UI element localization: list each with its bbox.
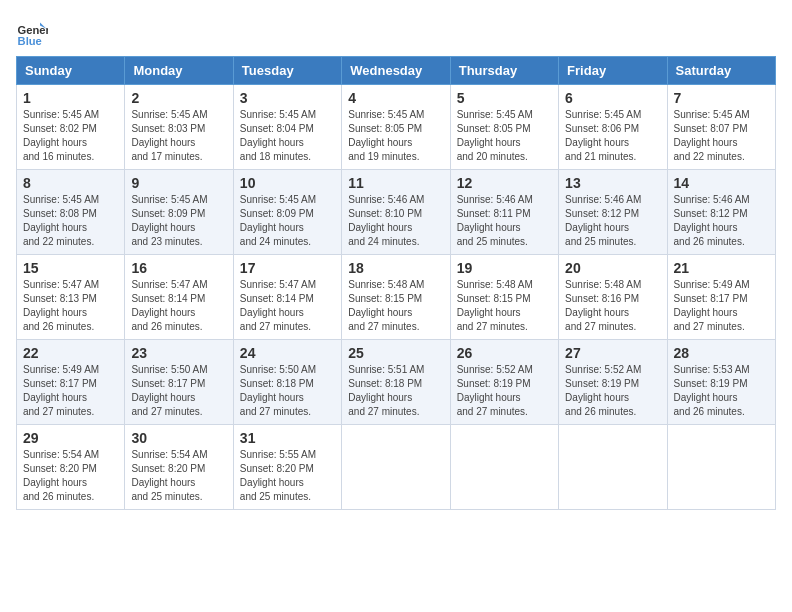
day-info: Sunrise: 5:46 AM Sunset: 8:12 PM Dayligh… xyxy=(565,193,660,249)
day-number: 8 xyxy=(23,175,118,191)
calendar-day-cell xyxy=(450,425,558,510)
day-of-week-header: Monday xyxy=(125,57,233,85)
day-info: Sunrise: 5:53 AM Sunset: 8:19 PM Dayligh… xyxy=(674,363,769,419)
day-info: Sunrise: 5:45 AM Sunset: 8:04 PM Dayligh… xyxy=(240,108,335,164)
calendar-day-cell: 6 Sunrise: 5:45 AM Sunset: 8:06 PM Dayli… xyxy=(559,85,667,170)
day-number: 3 xyxy=(240,90,335,106)
day-number: 29 xyxy=(23,430,118,446)
day-number: 1 xyxy=(23,90,118,106)
day-number: 4 xyxy=(348,90,443,106)
logo: General Blue xyxy=(16,16,48,48)
day-number: 18 xyxy=(348,260,443,276)
day-of-week-header: Thursday xyxy=(450,57,558,85)
day-number: 28 xyxy=(674,345,769,361)
day-info: Sunrise: 5:47 AM Sunset: 8:14 PM Dayligh… xyxy=(240,278,335,334)
calendar-header-row: SundayMondayTuesdayWednesdayThursdayFrid… xyxy=(17,57,776,85)
calendar-day-cell: 15 Sunrise: 5:47 AM Sunset: 8:13 PM Dayl… xyxy=(17,255,125,340)
calendar-day-cell: 5 Sunrise: 5:45 AM Sunset: 8:05 PM Dayli… xyxy=(450,85,558,170)
svg-text:General: General xyxy=(18,24,48,36)
calendar-day-cell: 8 Sunrise: 5:45 AM Sunset: 8:08 PM Dayli… xyxy=(17,170,125,255)
day-number: 2 xyxy=(131,90,226,106)
logo-icon: General Blue xyxy=(16,16,48,48)
calendar-day-cell: 9 Sunrise: 5:45 AM Sunset: 8:09 PM Dayli… xyxy=(125,170,233,255)
calendar-day-cell: 20 Sunrise: 5:48 AM Sunset: 8:16 PM Dayl… xyxy=(559,255,667,340)
svg-text:Blue: Blue xyxy=(18,35,42,47)
calendar-day-cell: 10 Sunrise: 5:45 AM Sunset: 8:09 PM Dayl… xyxy=(233,170,341,255)
calendar-day-cell: 16 Sunrise: 5:47 AM Sunset: 8:14 PM Dayl… xyxy=(125,255,233,340)
day-info: Sunrise: 5:45 AM Sunset: 8:09 PM Dayligh… xyxy=(240,193,335,249)
day-number: 5 xyxy=(457,90,552,106)
day-info: Sunrise: 5:46 AM Sunset: 8:12 PM Dayligh… xyxy=(674,193,769,249)
day-of-week-header: Wednesday xyxy=(342,57,450,85)
calendar-day-cell: 28 Sunrise: 5:53 AM Sunset: 8:19 PM Dayl… xyxy=(667,340,775,425)
day-number: 30 xyxy=(131,430,226,446)
calendar-day-cell: 26 Sunrise: 5:52 AM Sunset: 8:19 PM Dayl… xyxy=(450,340,558,425)
day-info: Sunrise: 5:52 AM Sunset: 8:19 PM Dayligh… xyxy=(565,363,660,419)
calendar-day-cell: 4 Sunrise: 5:45 AM Sunset: 8:05 PM Dayli… xyxy=(342,85,450,170)
day-number: 10 xyxy=(240,175,335,191)
day-info: Sunrise: 5:47 AM Sunset: 8:13 PM Dayligh… xyxy=(23,278,118,334)
calendar-table: SundayMondayTuesdayWednesdayThursdayFrid… xyxy=(16,56,776,510)
day-info: Sunrise: 5:50 AM Sunset: 8:17 PM Dayligh… xyxy=(131,363,226,419)
day-info: Sunrise: 5:54 AM Sunset: 8:20 PM Dayligh… xyxy=(131,448,226,504)
calendar-day-cell: 24 Sunrise: 5:50 AM Sunset: 8:18 PM Dayl… xyxy=(233,340,341,425)
day-info: Sunrise: 5:48 AM Sunset: 8:15 PM Dayligh… xyxy=(348,278,443,334)
day-of-week-header: Saturday xyxy=(667,57,775,85)
calendar-day-cell xyxy=(342,425,450,510)
day-number: 11 xyxy=(348,175,443,191)
calendar-day-cell: 14 Sunrise: 5:46 AM Sunset: 8:12 PM Dayl… xyxy=(667,170,775,255)
day-of-week-header: Sunday xyxy=(17,57,125,85)
day-number: 6 xyxy=(565,90,660,106)
day-number: 31 xyxy=(240,430,335,446)
day-number: 25 xyxy=(348,345,443,361)
day-info: Sunrise: 5:45 AM Sunset: 8:05 PM Dayligh… xyxy=(348,108,443,164)
calendar-week-row: 22 Sunrise: 5:49 AM Sunset: 8:17 PM Dayl… xyxy=(17,340,776,425)
calendar-day-cell: 11 Sunrise: 5:46 AM Sunset: 8:10 PM Dayl… xyxy=(342,170,450,255)
calendar-day-cell: 30 Sunrise: 5:54 AM Sunset: 8:20 PM Dayl… xyxy=(125,425,233,510)
day-number: 12 xyxy=(457,175,552,191)
calendar-day-cell: 19 Sunrise: 5:48 AM Sunset: 8:15 PM Dayl… xyxy=(450,255,558,340)
calendar-day-cell: 27 Sunrise: 5:52 AM Sunset: 8:19 PM Dayl… xyxy=(559,340,667,425)
calendar-day-cell: 1 Sunrise: 5:45 AM Sunset: 8:02 PM Dayli… xyxy=(17,85,125,170)
day-number: 27 xyxy=(565,345,660,361)
day-number: 21 xyxy=(674,260,769,276)
day-number: 14 xyxy=(674,175,769,191)
day-number: 20 xyxy=(565,260,660,276)
calendar-day-cell: 22 Sunrise: 5:49 AM Sunset: 8:17 PM Dayl… xyxy=(17,340,125,425)
day-info: Sunrise: 5:46 AM Sunset: 8:11 PM Dayligh… xyxy=(457,193,552,249)
calendar-day-cell: 17 Sunrise: 5:47 AM Sunset: 8:14 PM Dayl… xyxy=(233,255,341,340)
day-number: 19 xyxy=(457,260,552,276)
day-info: Sunrise: 5:54 AM Sunset: 8:20 PM Dayligh… xyxy=(23,448,118,504)
day-number: 9 xyxy=(131,175,226,191)
calendar-day-cell: 3 Sunrise: 5:45 AM Sunset: 8:04 PM Dayli… xyxy=(233,85,341,170)
day-info: Sunrise: 5:45 AM Sunset: 8:02 PM Dayligh… xyxy=(23,108,118,164)
day-info: Sunrise: 5:45 AM Sunset: 8:07 PM Dayligh… xyxy=(674,108,769,164)
calendar-week-row: 15 Sunrise: 5:47 AM Sunset: 8:13 PM Dayl… xyxy=(17,255,776,340)
calendar-day-cell: 12 Sunrise: 5:46 AM Sunset: 8:11 PM Dayl… xyxy=(450,170,558,255)
calendar-day-cell: 31 Sunrise: 5:55 AM Sunset: 8:20 PM Dayl… xyxy=(233,425,341,510)
day-info: Sunrise: 5:46 AM Sunset: 8:10 PM Dayligh… xyxy=(348,193,443,249)
calendar-day-cell: 18 Sunrise: 5:48 AM Sunset: 8:15 PM Dayl… xyxy=(342,255,450,340)
calendar-day-cell: 7 Sunrise: 5:45 AM Sunset: 8:07 PM Dayli… xyxy=(667,85,775,170)
calendar-day-cell xyxy=(559,425,667,510)
day-number: 16 xyxy=(131,260,226,276)
day-number: 13 xyxy=(565,175,660,191)
calendar-day-cell: 25 Sunrise: 5:51 AM Sunset: 8:18 PM Dayl… xyxy=(342,340,450,425)
day-info: Sunrise: 5:50 AM Sunset: 8:18 PM Dayligh… xyxy=(240,363,335,419)
day-number: 15 xyxy=(23,260,118,276)
calendar-day-cell: 21 Sunrise: 5:49 AM Sunset: 8:17 PM Dayl… xyxy=(667,255,775,340)
day-number: 23 xyxy=(131,345,226,361)
day-info: Sunrise: 5:51 AM Sunset: 8:18 PM Dayligh… xyxy=(348,363,443,419)
day-info: Sunrise: 5:48 AM Sunset: 8:15 PM Dayligh… xyxy=(457,278,552,334)
day-number: 17 xyxy=(240,260,335,276)
day-info: Sunrise: 5:47 AM Sunset: 8:14 PM Dayligh… xyxy=(131,278,226,334)
day-info: Sunrise: 5:49 AM Sunset: 8:17 PM Dayligh… xyxy=(23,363,118,419)
day-info: Sunrise: 5:55 AM Sunset: 8:20 PM Dayligh… xyxy=(240,448,335,504)
day-info: Sunrise: 5:45 AM Sunset: 8:03 PM Dayligh… xyxy=(131,108,226,164)
day-info: Sunrise: 5:45 AM Sunset: 8:05 PM Dayligh… xyxy=(457,108,552,164)
day-number: 7 xyxy=(674,90,769,106)
calendar-day-cell xyxy=(667,425,775,510)
calendar-day-cell: 23 Sunrise: 5:50 AM Sunset: 8:17 PM Dayl… xyxy=(125,340,233,425)
day-info: Sunrise: 5:45 AM Sunset: 8:08 PM Dayligh… xyxy=(23,193,118,249)
calendar-day-cell: 29 Sunrise: 5:54 AM Sunset: 8:20 PM Dayl… xyxy=(17,425,125,510)
